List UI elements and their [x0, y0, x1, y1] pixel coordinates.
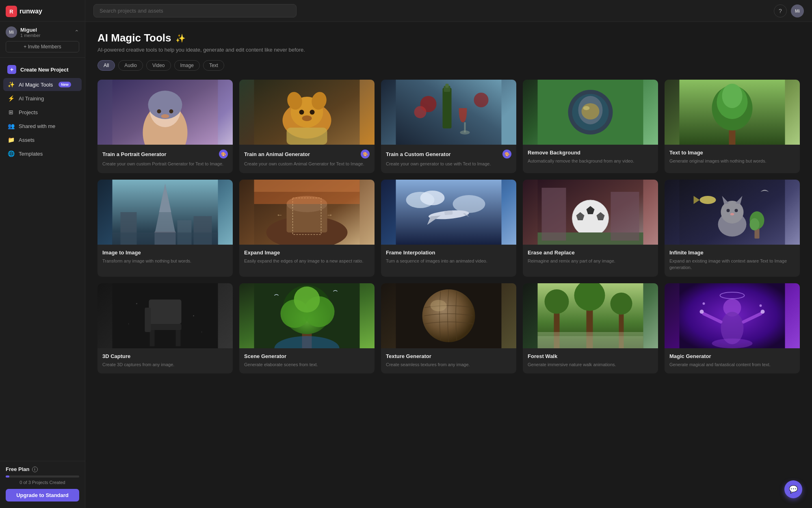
tool-thumbnail [665, 80, 800, 145]
tool-card-forest-walk[interactable]: Forest Walk Generate immersive nature wa… [523, 283, 658, 374]
svg-rect-21 [464, 122, 466, 132]
svg-rect-43 [113, 232, 218, 245]
filter-image[interactable]: Image [174, 60, 200, 71]
tool-body: Train an Animal Generator 🎨 Create your … [239, 145, 375, 173]
tool-title: Train an Animal Generator [244, 151, 310, 157]
tool-card-text-to-image[interactable]: Text to Image Generate original images w… [665, 80, 800, 173]
training-icon: ⚡ [7, 95, 15, 102]
sidebar-item-shared-with-me[interactable]: 👥 Shared with me [3, 119, 82, 132]
filter-text[interactable]: Text [203, 60, 224, 71]
filter-row: All Audio Video Image Text [97, 60, 800, 71]
tool-description: Create 3D captures from any image. [102, 361, 228, 368]
svg-rect-60 [444, 210, 453, 215]
templates-icon: 🌐 [7, 150, 15, 157]
tool-description: Reimagine and remix any part of any imag… [528, 258, 653, 265]
create-icon: + [7, 65, 16, 74]
user-row: Mi Miguel 1 member ⌃ [6, 26, 79, 38]
tool-card-remove-background[interactable]: Remove Background Automatically remove t… [523, 80, 658, 173]
tool-description: Transform any image with nothing but wor… [102, 258, 228, 265]
svg-point-89 [136, 303, 137, 304]
filter-audio[interactable]: Audio [118, 60, 143, 71]
tool-card-magic-generator[interactable]: Magic Generator Generate magical and fan… [665, 283, 800, 374]
svg-point-30 [583, 106, 590, 110]
svg-point-12 [299, 110, 304, 115]
svg-point-35 [722, 84, 743, 108]
plan-name: Free Plan [6, 466, 30, 472]
tool-card-3d-capture[interactable]: 3D Capture Create 3D captures from any i… [97, 283, 233, 374]
svg-point-92 [201, 332, 202, 332]
svg-text:→: → [327, 211, 333, 218]
info-icon[interactable]: i [32, 467, 38, 472]
projects-icon: ⊞ [7, 109, 15, 115]
tool-card-expand-image[interactable]: ← → Expand Image Easily expand the edges… [239, 180, 375, 277]
free-plan-label: Free Plan i [6, 466, 79, 472]
upgrade-button[interactable]: Upgrade to Standard [6, 489, 79, 501]
tool-title: Image to Image [102, 250, 141, 256]
sidebar-header: R runway [0, 0, 85, 22]
topbar-avatar[interactable]: Mi [791, 4, 804, 17]
svg-point-13 [310, 110, 315, 115]
svg-rect-86 [150, 330, 155, 346]
tool-body: Infinite Image Expand an existing image … [665, 245, 800, 277]
svg-point-77 [730, 213, 734, 215]
tool-title: Text to Image [669, 150, 703, 156]
tool-thumbnail [381, 283, 516, 348]
main-area: ? Mi AI Magic Tools ✨ AI-powered creativ… [85, 0, 812, 508]
tool-badge: 🎨 [361, 150, 370, 158]
sidebar-item-projects[interactable]: ⊞ Projects [3, 106, 82, 119]
svg-rect-17 [443, 88, 452, 128]
page-subtitle: AI-powered creative tools to help you id… [97, 47, 800, 53]
sidebar-item-label: AI Magic Tools [19, 82, 53, 88]
svg-point-55 [420, 191, 445, 205]
help-button[interactable]: ? [774, 4, 787, 17]
tool-card-infinite-image[interactable]: Infinite Image Expand an existing image … [665, 180, 800, 277]
tool-thumbnail [523, 283, 658, 348]
tool-card-erase-and-replace[interactable]: Erase and Replace Reimagine and remix an… [523, 180, 658, 277]
tool-body: Train a Portrait Generator 🎨 Create your… [97, 145, 233, 173]
tool-card-image-to-image[interactable]: Image to Image Transform any image with … [97, 180, 233, 277]
invite-members-button[interactable]: + Invite Members [6, 41, 79, 52]
user-name: Miguel [20, 27, 41, 33]
tool-thumbnail [665, 283, 800, 348]
sidebar-item-label: Assets [19, 137, 35, 143]
magic-icon: ✨ [7, 81, 15, 88]
chat-bubble-button[interactable]: 💬 [784, 480, 802, 498]
tool-card-frame-interpolation[interactable]: Frame Interpolation Turn a sequence of i… [381, 180, 516, 277]
tool-card-train-animal[interactable]: Train an Animal Generator 🎨 Create your … [239, 80, 375, 173]
svg-point-101 [422, 289, 475, 342]
tool-description: Generate original images with nothing bu… [669, 158, 795, 165]
tool-description: Easily expand the edges of any image to … [244, 258, 370, 265]
logo-icon: R [6, 6, 17, 17]
avatar: Mi [6, 26, 17, 38]
sidebar-item-templates[interactable]: 🌐 Templates [3, 147, 82, 160]
svg-point-72 [721, 201, 744, 224]
create-new-project-button[interactable]: + Create New Project [3, 62, 82, 77]
sidebar-item-assets[interactable]: 📁 Assets [3, 133, 82, 146]
svg-rect-52 [254, 180, 360, 192]
svg-point-117 [700, 310, 704, 314]
tool-card-scene-generator[interactable]: Scene Generator Generate elaborate scene… [239, 283, 375, 374]
tool-card-train-custom[interactable]: Train a Custom Generator 🎨 Create your o… [381, 80, 516, 173]
tool-description: Create your own custom Portrait Generato… [102, 161, 228, 167]
search-input[interactable] [93, 4, 297, 17]
sidebar-item-ai-training[interactable]: ⚡ AI Training [3, 92, 82, 105]
runway-logo[interactable]: R runway [6, 6, 42, 17]
tool-body: Forest Walk Generate immersive nature wa… [523, 348, 658, 374]
user-info: Mi Miguel 1 member [6, 26, 41, 38]
tool-card-texture-generator[interactable]: Texture Generator Create seamless textur… [381, 283, 516, 374]
content-area: AI Magic Tools ✨ AI-powered creative too… [85, 22, 812, 508]
svg-point-76 [735, 209, 738, 212]
svg-rect-19 [446, 84, 449, 88]
svg-point-102 [431, 300, 447, 311]
filter-all[interactable]: All [97, 60, 115, 71]
filter-video[interactable]: Video [146, 60, 171, 71]
tool-card-train-portrait[interactable]: Train a Portrait Generator 🎨 Create your… [97, 80, 233, 173]
chevron-icon[interactable]: ⌃ [74, 29, 79, 35]
tool-body: Erase and Replace Reimagine and remix an… [523, 245, 658, 270]
sidebar-footer: Free Plan i 0 of 3 Projects Created Upgr… [0, 461, 85, 508]
tool-title: 3D Capture [102, 353, 130, 359]
tool-description: Create your own generator to use with Te… [386, 161, 511, 167]
sidebar-item-ai-magic-tools[interactable]: ✨ AI Magic Tools New [3, 78, 82, 91]
tool-title: Scene Generator [244, 353, 286, 359]
tool-description: Create seamless textures from any image. [386, 361, 511, 368]
